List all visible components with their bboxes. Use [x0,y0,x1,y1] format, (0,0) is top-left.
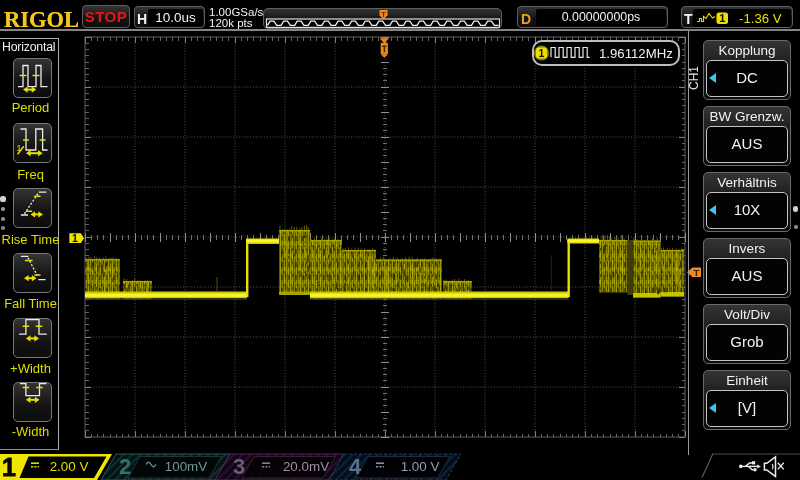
svg-text:2.00 V: 2.00 V [50,459,89,474]
svg-text:1: 1 [539,47,545,59]
svg-text:1.96112MHz: 1.96112MHz [599,46,673,61]
svg-text:1: 1 [2,453,16,480]
svg-text:1: 1 [17,143,22,153]
svg-text:2: 2 [119,454,131,479]
svg-text:T: T [694,267,700,278]
svg-text:20.0mV: 20.0mV [283,459,329,474]
svg-text:1.00 V: 1.00 V [401,459,440,474]
svg-text:100mV: 100mV [165,459,207,474]
svg-text:4: 4 [349,454,362,479]
svg-text:1: 1 [72,232,78,244]
svg-text:3: 3 [233,454,245,479]
